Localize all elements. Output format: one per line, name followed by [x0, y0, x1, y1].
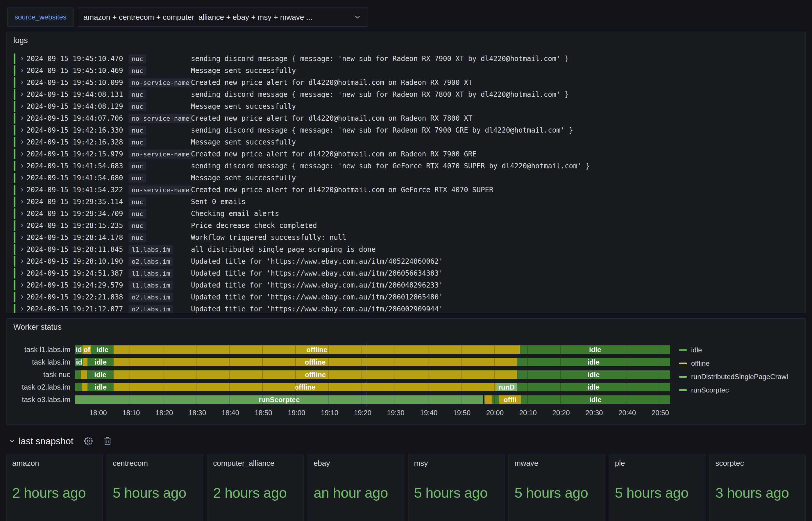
log-expand-chevron-icon[interactable]	[18, 115, 26, 121]
legend-item[interactable]: idle	[679, 343, 806, 357]
log-service-label: l1.labs.im	[129, 281, 173, 290]
log-row[interactable]: 2024-09-15 19:41:54.322no-service-nameCr…	[14, 184, 806, 196]
log-expand-chevron-icon[interactable]	[18, 187, 26, 192]
axis-tick-label: 19:00	[288, 409, 305, 417]
variable-label-chip[interactable]: source_websites	[7, 7, 74, 27]
legend-item[interactable]: offline	[679, 357, 806, 370]
log-row[interactable]: 2024-09-15 19:28:10.190o2.labs.imUpdated…	[14, 255, 806, 267]
chevron-down-icon[interactable]	[9, 437, 16, 445]
axis-tick-label: 18:40	[222, 409, 239, 417]
log-expand-chevron-icon[interactable]	[18, 56, 26, 61]
log-row[interactable]: 2024-09-15 19:28:11.845l1.labs.imall dis…	[14, 243, 806, 255]
log-row[interactable]: 2024-09-15 19:21:12.077o2.labs.imUpdated…	[14, 303, 806, 313]
log-expand-chevron-icon[interactable]	[18, 258, 26, 264]
log-row[interactable]: 2024-09-15 19:42:16.330nucsending discor…	[14, 124, 806, 136]
last-snapshot-row-header[interactable]: last snapshot	[9, 435, 112, 448]
log-service-badge: nuc	[129, 102, 191, 111]
timeline-segment-offline: of	[83, 345, 91, 354]
legend-item[interactable]: runScorptec	[679, 384, 806, 397]
stat-panel-title: computer_alliance	[213, 459, 298, 468]
log-service-label: nuc	[129, 198, 146, 206]
log-row[interactable]: 2024-09-15 19:41:54.680nucMessage sent s…	[14, 172, 806, 184]
time-axis: 18:0018:1018:2018:3018:4018:5019:0019:10…	[75, 406, 670, 418]
log-level-bar	[14, 244, 16, 255]
log-expand-chevron-icon[interactable]	[18, 247, 26, 252]
timeline-legend: idleofflinerunDistributedSinglePageCrawl…	[670, 343, 806, 418]
timeline-row-label: task labs.im	[6, 358, 75, 366]
stat-panel-title: centrecom	[113, 459, 197, 468]
log-expand-chevron-icon[interactable]	[18, 139, 26, 145]
stat-panel-scorptec: scorptec3 hours ago	[709, 454, 806, 521]
timeline-segment-idle: idle	[520, 345, 670, 354]
log-expand-chevron-icon[interactable]	[18, 163, 26, 168]
worker-status-panel-title[interactable]: Worker status	[6, 319, 69, 332]
log-row[interactable]: 2024-09-15 19:41:54.683nucsending discor…	[14, 160, 806, 172]
log-row[interactable]: 2024-09-15 19:44:07.706no-service-nameCr…	[14, 112, 806, 124]
stat-panel-value: 5 hours ago	[514, 468, 599, 518]
log-expand-chevron-icon[interactable]	[18, 282, 26, 288]
log-expand-chevron-icon[interactable]	[18, 151, 26, 157]
stat-panel-mwave: mwave5 hours ago	[508, 454, 605, 521]
log-row[interactable]: 2024-09-15 19:45:10.469nucMessage sent s…	[14, 65, 806, 76]
log-row[interactable]: 2024-09-15 19:44:08.129nucMessage sent s…	[14, 100, 806, 112]
timeline-segment-idle: id	[75, 358, 83, 366]
timeline-track: idofidleofflineidle	[75, 345, 670, 354]
timeline-track: runScorptecoffliidle	[75, 395, 670, 404]
log-row[interactable]: 2024-09-15 19:24:51.387l1.labs.imUpdated…	[14, 267, 806, 279]
log-message: Updated title for 'https://www.ebay.com.…	[191, 305, 806, 313]
chevron-down-icon	[354, 14, 361, 21]
stat-panel-amazon: amazon2 hours ago	[6, 454, 103, 521]
log-service-label: o2.labs.im	[129, 293, 173, 302]
log-row[interactable]: 2024-09-15 19:28:15.235nucPrice decrease…	[14, 220, 806, 231]
log-expand-chevron-icon[interactable]	[18, 199, 26, 204]
log-expand-chevron-icon[interactable]	[18, 92, 26, 97]
log-expand-chevron-icon[interactable]	[18, 127, 26, 133]
legend-item[interactable]: runDistributedSinglePageCrawl	[679, 370, 806, 384]
log-timestamp: 2024-09-15 19:44:08.129	[26, 102, 129, 111]
log-service-badge: nuc	[129, 210, 191, 218]
log-timestamp: 2024-09-15 19:28:14.178	[26, 233, 129, 242]
log-timestamp: 2024-09-15 19:42:16.330	[26, 126, 129, 134]
log-expand-chevron-icon[interactable]	[18, 80, 26, 85]
log-timestamp: 2024-09-15 19:29:34.709	[26, 210, 129, 218]
logs-panel-title[interactable]: logs	[6, 32, 35, 45]
log-message: Created new price alert for dl4220@hotma…	[191, 78, 806, 87]
log-expand-chevron-icon[interactable]	[18, 294, 26, 300]
log-row[interactable]: 2024-09-15 19:45:10.099no-service-nameCr…	[14, 76, 806, 88]
log-message: Updated title for 'https://www.ebay.com.…	[191, 269, 806, 277]
log-row[interactable]: 2024-09-15 19:24:29.579l1.labs.imUpdated…	[14, 279, 806, 291]
log-service-badge: nuc	[129, 138, 191, 146]
log-row[interactable]: 2024-09-15 19:42:15.979no-service-nameCr…	[14, 148, 806, 160]
log-expand-chevron-icon[interactable]	[18, 306, 26, 312]
variable-value-dropdown[interactable]: amazon + centrecom + computer_alliance +…	[77, 7, 368, 27]
log-expand-chevron-icon[interactable]	[18, 270, 26, 276]
log-service-badge: nuc	[129, 67, 191, 75]
log-level-bar	[14, 292, 16, 302]
log-service-label: nuc	[129, 233, 146, 242]
log-level-bar	[14, 185, 16, 195]
log-level-bar	[14, 220, 16, 231]
log-message: Updated title for 'https://www.ebay.com.…	[191, 281, 806, 289]
axis-tick-label: 19:20	[354, 409, 371, 417]
log-expand-chevron-icon[interactable]	[18, 175, 26, 181]
log-level-bar	[14, 149, 16, 159]
legend-swatch	[679, 389, 687, 391]
trash-icon[interactable]	[103, 437, 112, 446]
log-expand-chevron-icon[interactable]	[18, 104, 26, 109]
log-row[interactable]: 2024-09-15 19:45:10.470nucsending discor…	[14, 53, 806, 65]
log-row[interactable]: 2024-09-15 19:29:34.709nucChecking email…	[14, 208, 806, 220]
log-expand-chevron-icon[interactable]	[18, 211, 26, 216]
log-expand-chevron-icon[interactable]	[18, 68, 26, 73]
log-row[interactable]: 2024-09-15 19:22:21.838o2.labs.imUpdated…	[14, 291, 806, 303]
log-row[interactable]: 2024-09-15 19:42:16.328nucMessage sent s…	[14, 136, 806, 148]
gear-icon[interactable]	[84, 437, 93, 446]
timeline-segment-offline: offline	[114, 358, 517, 366]
log-message: sending discord message { message: 'new …	[191, 162, 806, 170]
log-expand-chevron-icon[interactable]	[18, 235, 26, 240]
log-row[interactable]: 2024-09-15 19:28:14.178nucWorkflow trigg…	[14, 231, 806, 243]
log-expand-chevron-icon[interactable]	[18, 223, 26, 228]
timeline-row: task labs.imididleofflineidle	[6, 356, 670, 368]
log-row[interactable]: 2024-09-15 19:29:35.114nucSent 0 emails	[14, 196, 806, 208]
log-level-bar	[14, 53, 16, 64]
log-row[interactable]: 2024-09-15 19:44:08.131nucsending discor…	[14, 88, 806, 100]
